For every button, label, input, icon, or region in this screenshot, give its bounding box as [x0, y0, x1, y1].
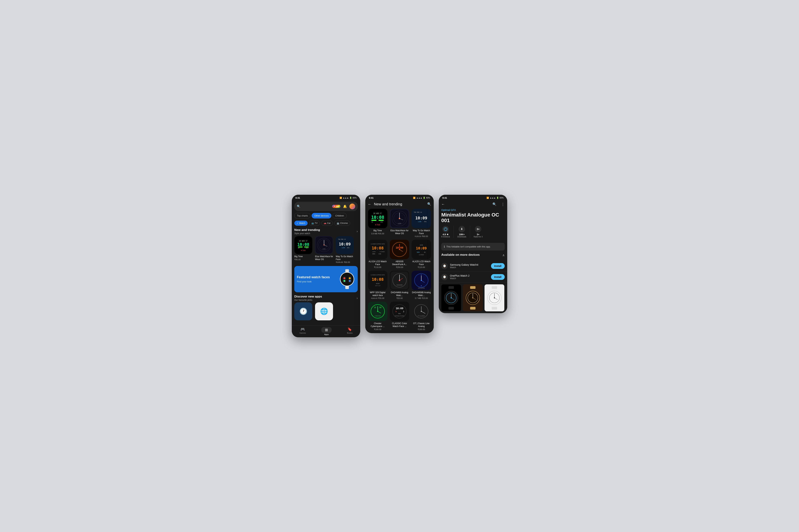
discover-subtitle: Our favourite picks	[294, 299, 322, 301]
grid-app-waytogo[interactable]: THU MAR 14 10:09 L226 891 Way To Go Watc…	[412, 209, 431, 238]
app-card-bigtime[interactable]: 28 WED 5° 10:08 82 86% ♥ 7568 Big Time ₹…	[294, 236, 313, 264]
screenshot-gold[interactable]	[463, 284, 483, 311]
rated-label: Rated for 3	[474, 236, 483, 238]
downloads-icon: ⬇	[458, 226, 465, 232]
screenshot-black-svg	[443, 286, 459, 309]
filter-chips-row: ✓ Watch 📺 TV 🚗 Car 💻 Chrome	[292, 221, 360, 226]
notification-icon[interactable]: 🔔	[343, 205, 347, 208]
discover-apps: 🕐 🌐	[292, 302, 360, 324]
app-icon-elza: LION	[315, 236, 333, 254]
grid-icon-abs035: 10:08	[390, 240, 409, 259]
info-icon: ℹ	[449, 236, 450, 238]
discover-app-2[interactable]: 🌐	[315, 302, 334, 321]
grid-price-wfp329: ₹190.00 ₹55.00	[371, 297, 384, 300]
featured-subtitle: Find your look	[297, 280, 330, 283]
grid-app-classic[interactable]: 10:09 9 86% 3 VIENNA STUDIO CLASSIC Colo…	[389, 302, 409, 330]
grid-icon-bigtime: 28 WED 5° 10:08 82 86% ♥ 7568	[368, 209, 387, 228]
back-button-2[interactable]: ←	[368, 202, 371, 206]
svg-rect-36	[379, 220, 384, 221]
search-button-2[interactable]: 🔍	[427, 202, 431, 206]
discover-arrow[interactable]: ›	[357, 296, 358, 300]
grid-price-dadam58b: 3.7 MB ₹20.00	[415, 297, 428, 300]
grid-name-wfp329: WFP 329 Digital watch face	[368, 291, 387, 297]
tv-icon: 📺	[311, 222, 314, 224]
app-card-waytogo[interactable]: THU MAR 14 10:09 L226 891 Way To Go Watc…	[336, 236, 355, 264]
avatar-1[interactable]	[349, 204, 355, 209]
app-icon-waytogo: THU MAR 14 10:09 L226 891	[336, 236, 354, 254]
nav-books[interactable]: 🔖 Books	[347, 327, 353, 336]
grid-app-dadam68[interactable]: DADAM68 DADAM68 Analog Watc... ₹20.00	[389, 271, 409, 300]
screen-2: 9:41 📶 ▲▲▲ 🔋 83% ← New and trending 🔍	[365, 195, 434, 333]
grid-price-waytogo: ₹135.00 ₹60.00	[415, 235, 428, 238]
grid-dadam58b-svg: DADAM58B	[412, 271, 430, 289]
grid-app-abs035[interactable]: 10:08 ABS035 SteamPunk A... ₹250.00	[389, 240, 409, 268]
screenshot-white[interactable]	[485, 284, 504, 311]
discover-app-icon-1: 🕐	[294, 302, 312, 320]
chip-watch[interactable]: ✓ Watch	[294, 221, 308, 226]
svg-text:10:09: 10:09	[339, 242, 350, 246]
chip-car[interactable]: 🚗 Car	[321, 221, 333, 226]
svg-text:891: 891	[424, 221, 427, 223]
chip-tv[interactable]: 📺 TV	[309, 221, 320, 226]
discover-title: Discover new apps	[294, 295, 322, 298]
grid-app-wfp329[interactable]: 11:00AM COFFEE DATE 10:08 18:34 WFP 329 …	[368, 271, 387, 300]
chip-chrome[interactable]: 💻 Chrome	[334, 221, 350, 226]
signal-icon-2: ▲▲▲	[416, 197, 422, 199]
grid-name-classic: CLASSIC Color Watch Face ...	[389, 322, 409, 328]
grid-app-alx25[interactable]: 10:09 10:09 3659 28 11:00AM ALX25 LCD Wa…	[412, 240, 431, 268]
compat-info-icon: ℹ	[444, 245, 445, 248]
grid-app-bigtime[interactable]: 28 WED 5° 10:08 82 86% ♥ 7568 Big Time 3…	[368, 209, 387, 238]
nav-apps[interactable]: ⊞ Apps	[321, 327, 332, 336]
svg-text:28 WED  5°: 28 WED 5°	[299, 240, 308, 242]
svg-text:86%: 86%	[398, 313, 401, 314]
featured-banner[interactable]: Featured watch faces Find your look	[294, 266, 358, 292]
svg-text:10:08: 10:08	[372, 246, 384, 250]
svg-text:♥ 7568: ♥ 7568	[375, 224, 380, 226]
rated-for-value: 3+	[477, 233, 479, 236]
tab-children[interactable]: Children	[332, 213, 347, 218]
more-button-3[interactable]: ⋮	[501, 202, 505, 206]
svg-text:82: 82	[298, 247, 299, 249]
tab-other-devices[interactable]: Other devices	[312, 213, 331, 218]
grid-app-elza[interactable]: LION Elza Watchface for Wear OS	[389, 209, 409, 238]
badge-count: 149	[336, 205, 339, 208]
apps-icon: ⊞	[321, 327, 332, 333]
grid-app-alx24[interactable]: 11:00AM COFFEE DATE 10:08 18:48 11:00AM …	[368, 240, 387, 268]
svg-point-84	[421, 274, 422, 276]
search-bar-1[interactable]: 🔍 ✦ 149 🔔	[294, 202, 358, 211]
available-chevron[interactable]: ∧	[502, 253, 505, 257]
svg-text:28: 28	[424, 252, 425, 253]
grid-app-dadam58b[interactable]: DADAM58B DADAM58B Analog Watc... 3.7 MB …	[412, 271, 431, 300]
svg-text:28 WED  5°: 28 WED 5°	[373, 212, 382, 214]
app-stats-row: 4.9 ★ 8 reviews ℹ ⬇ 10K+ Downloads	[441, 226, 505, 238]
bigtime-watchface-svg: 28 WED 5° 10:08 82 86% ♥ 7568	[295, 236, 312, 253]
nav-games[interactable]: 🎮 Games	[299, 327, 306, 336]
svg-text:THU MAR 14: THU MAR 14	[338, 239, 346, 240]
tab-top-charts[interactable]: Top charts	[294, 213, 310, 218]
grid-app-chester[interactable]: 10 : 08 CHESTER Chester Cyberspace ... ₹…	[368, 302, 387, 330]
back-button-3[interactable]: ←	[441, 202, 445, 206]
app-card-elza[interactable]: LION Elza Watchface for Wear OS	[315, 236, 334, 264]
grid-icon-wfp329: 11:00AM COFFEE DATE 10:08 18:34 WFP 329	[368, 271, 387, 290]
svg-rect-115	[449, 307, 454, 309]
search-icon-1: 🔍	[297, 205, 301, 208]
nav-games-label: Games	[299, 332, 306, 334]
install-button-oneplus[interactable]: Install	[491, 274, 505, 280]
grid-app-ot[interactable]: OT CLASSIC OT | Classic Line Analog ₹180…	[412, 302, 431, 330]
new-trending-arrow[interactable]: ›	[357, 229, 358, 233]
search-button-3[interactable]: 🔍	[492, 202, 496, 206]
stat-downloads: ⬇ 10K+ Downloads	[457, 226, 470, 238]
install-button-samsung[interactable]: Install	[491, 263, 505, 269]
new-trending-header: New and trending Style your watch ›	[292, 228, 360, 236]
svg-point-88	[421, 280, 422, 281]
discover-app-1[interactable]: 🕐	[294, 302, 313, 321]
status-icons-1: 📶 ▲▲▲ 🔋 83%	[340, 197, 357, 199]
svg-text:9659: 9659	[372, 253, 375, 254]
battery-pct-3: 83%	[500, 197, 504, 199]
screens-container: 9:41 📶 ▲▲▲ 🔋 83% 🔍 ✦ 149 🔔	[292, 195, 507, 337]
screenshot-black[interactable]	[441, 284, 461, 311]
svg-rect-35	[371, 220, 377, 221]
grid-icon-alx24: 11:00AM COFFEE DATE 10:08 18:48 11:00AM …	[368, 240, 387, 259]
svg-point-28	[344, 277, 345, 279]
svg-text:VIENNA STUDIO: VIENNA STUDIO	[395, 315, 404, 317]
